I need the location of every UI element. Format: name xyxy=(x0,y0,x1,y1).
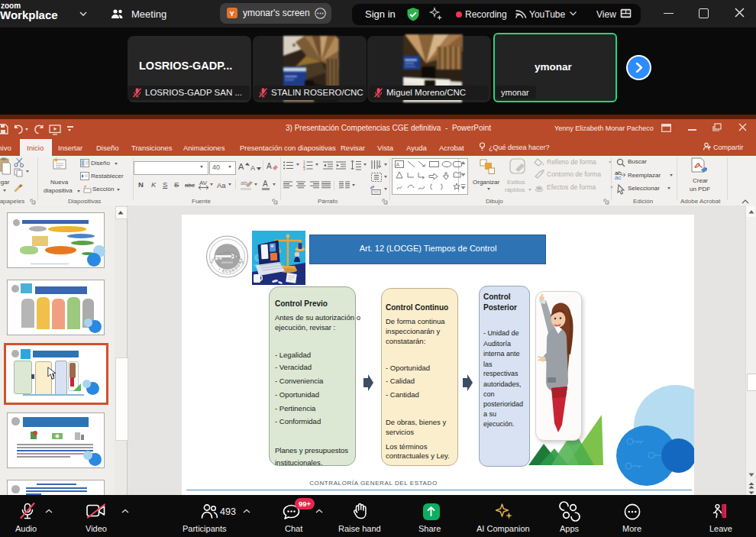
svg-text:A: A xyxy=(396,161,400,167)
